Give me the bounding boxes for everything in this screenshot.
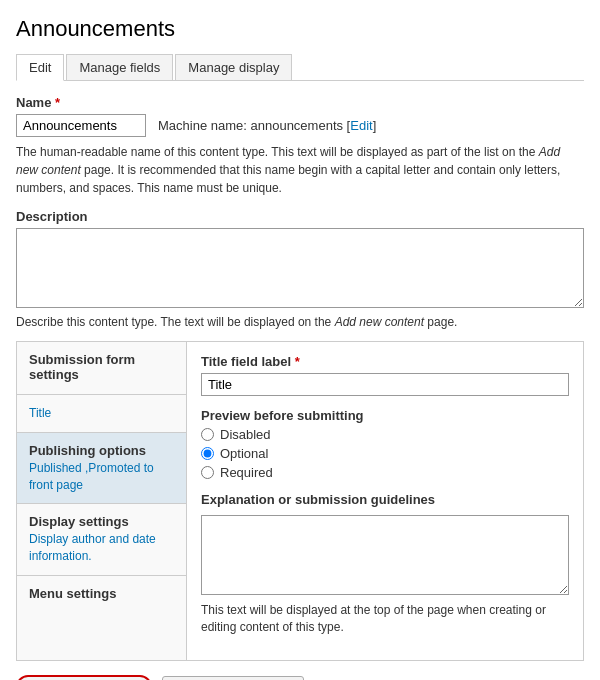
sidebar-item-menu[interactable]: Menu settings (17, 576, 186, 613)
preview-label: Preview before submitting (201, 408, 569, 423)
page-title: Announcements (16, 16, 584, 42)
sidebar-title-link[interactable]: Title (29, 405, 174, 422)
machine-name-edit-link[interactable]: Edit (350, 118, 372, 133)
name-help-text: The human-readable name of this content … (16, 143, 584, 197)
title-required-marker: * (295, 354, 300, 369)
description-section: Description Describe this content type. … (16, 209, 584, 329)
preview-required-label: Required (220, 465, 273, 480)
tab-manage-fields[interactable]: Manage fields (66, 54, 173, 80)
guidelines-group: Explanation or submission guidelines Thi… (201, 492, 569, 636)
sidebar-item-display[interactable]: Display settings Display author and date… (17, 504, 186, 576)
guidelines-label: Explanation or submission guidelines (201, 492, 569, 507)
name-label: Name * (16, 95, 584, 110)
tab-manage-display[interactable]: Manage display (175, 54, 292, 80)
sidebar-display-link[interactable]: Display author and date information. (29, 531, 174, 565)
preview-required-option[interactable]: Required (201, 465, 569, 480)
settings-sidebar: Submission form settings Title Publishin… (17, 342, 187, 660)
description-textarea[interactable] (16, 228, 584, 308)
preview-radio-group: Disabled Optional Required (201, 427, 569, 480)
title-field-group: Title field label * (201, 354, 569, 396)
preview-disabled-radio[interactable] (201, 428, 214, 441)
name-input[interactable] (16, 114, 146, 137)
guidelines-textarea[interactable] (201, 515, 569, 595)
title-field-input[interactable] (201, 373, 569, 396)
sidebar-publishing-title: Publishing options (29, 443, 174, 458)
button-row: Save content type Delete content type (16, 675, 584, 680)
tab-edit[interactable]: Edit (16, 54, 64, 81)
preview-optional-option[interactable]: Optional (201, 446, 569, 461)
sidebar-item-title[interactable]: Title (17, 395, 186, 433)
name-required-marker: * (55, 95, 60, 110)
sidebar-heading: Submission form settings (17, 342, 186, 395)
sidebar-display-title: Display settings (29, 514, 174, 529)
description-help: Describe this content type. The text wil… (16, 315, 584, 329)
tab-bar: Edit Manage fields Manage display (16, 54, 584, 81)
settings-box: Submission form settings Title Publishin… (16, 341, 584, 661)
machine-name-text: Machine name: announcements [Edit] (158, 118, 376, 133)
delete-content-type-button[interactable]: Delete content type (162, 676, 304, 680)
preview-optional-radio[interactable] (201, 447, 214, 460)
save-content-type-button[interactable]: Save content type (16, 675, 152, 680)
sidebar-title: Submission form settings (29, 352, 174, 382)
settings-main: Title field label * Preview before submi… (187, 342, 583, 660)
guidelines-help: This text will be displayed at the top o… (201, 602, 569, 636)
preview-disabled-label: Disabled (220, 427, 271, 442)
sidebar-publishing-link[interactable]: Published ,Promoted to front page (29, 460, 174, 494)
sidebar-menu-title: Menu settings (29, 586, 174, 601)
title-field-label: Title field label * (201, 354, 569, 369)
sidebar-item-publishing[interactable]: Publishing options Published ,Promoted t… (17, 433, 186, 505)
name-section: Name * Machine name: announcements [Edit… (16, 95, 584, 197)
preview-required-radio[interactable] (201, 466, 214, 479)
preview-group: Preview before submitting Disabled Optio… (201, 408, 569, 480)
description-label: Description (16, 209, 584, 224)
preview-disabled-option[interactable]: Disabled (201, 427, 569, 442)
preview-optional-label: Optional (220, 446, 268, 461)
name-row: Machine name: announcements [Edit] (16, 114, 584, 137)
